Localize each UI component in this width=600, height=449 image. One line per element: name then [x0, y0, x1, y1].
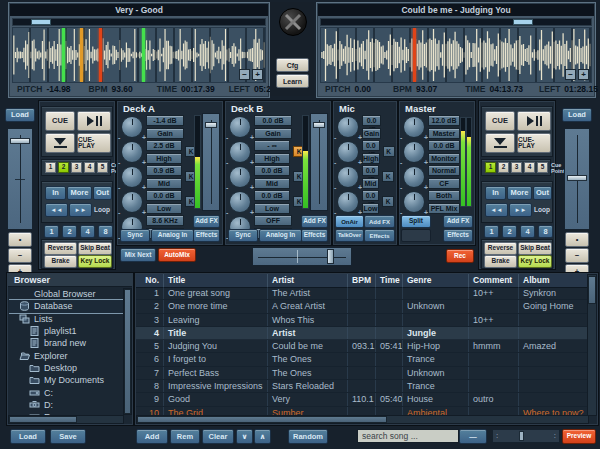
loop-length-button[interactable]: 8 [538, 225, 553, 238]
deck-a-high-knob[interactable] [121, 141, 143, 163]
deck-b-add-fx-button[interactable]: Add FX [301, 215, 328, 228]
wave-zoom-out-button[interactable]: − [239, 69, 250, 80]
cue-point-button[interactable]: 3 [511, 162, 522, 173]
deck-a-sync-button[interactable]: Sync [120, 229, 150, 242]
scroll-thumb[interactable] [588, 276, 596, 304]
cue-button-left[interactable]: CUE [45, 111, 75, 131]
cue-point-button[interactable]: 2 [58, 162, 69, 173]
crossfader-thumb[interactable] [327, 249, 334, 264]
column-header[interactable]: Comment [469, 274, 519, 287]
deck-b-sync-button[interactable]: Sync [228, 229, 258, 242]
param-label-button[interactable]: Gain [146, 128, 184, 139]
param-label-button[interactable]: Monitor [428, 153, 460, 164]
mix-next-button[interactable]: Mix Next [120, 248, 156, 262]
cue-point-button[interactable]: 2 [498, 162, 509, 173]
deck-b-effects-button[interactable]: Effects [301, 229, 328, 242]
table-row[interactable]: 4TitleArtistJungle [136, 327, 588, 340]
param-label-button[interactable]: CF Curve [428, 178, 460, 189]
preview-button[interactable]: Preview [562, 429, 596, 444]
pitch-slider-left[interactable] [7, 128, 33, 230]
cue-point-button[interactable]: 4 [524, 162, 535, 173]
add-button[interactable]: Add [136, 429, 168, 444]
tree-item[interactable]: My Documents [9, 374, 123, 386]
browser-hscrollbar[interactable] [8, 415, 124, 424]
mic-mid-knob[interactable] [337, 166, 359, 188]
loop-length-button[interactable]: 8 [98, 225, 113, 238]
deck-b-high-knob[interactable] [229, 141, 251, 163]
param-label-button[interactable]: Mid [146, 178, 182, 189]
clear-button[interactable]: Clear [202, 429, 234, 444]
master-add-fx-button[interactable]: Add FX [443, 215, 473, 228]
loop-out-button-right[interactable]: Out [533, 186, 552, 200]
loop-length-button[interactable]: 4 [80, 225, 95, 238]
deck-left-seek-thumb[interactable] [31, 19, 51, 25]
table-row[interactable]: 9GoodVery110.105:40Houseoutro [136, 393, 588, 406]
cue-point-button[interactable]: 4 [84, 162, 95, 173]
table-row[interactable]: 6I forget toThe OnesTrance [136, 353, 588, 366]
master-effects-button[interactable]: Effects [443, 229, 473, 242]
kill-button[interactable]: K [383, 146, 395, 157]
loop-forward-button-left[interactable]: ►► [69, 203, 92, 217]
pitch-minus-button-right[interactable]: − [565, 248, 589, 263]
deck-b-low-knob[interactable] [229, 191, 251, 213]
cue-play-button-left[interactable]: CUE-PLAY [77, 133, 111, 153]
cue-point-button[interactable]: 1 [485, 162, 496, 173]
deck-a-effects-button[interactable]: Effects [193, 229, 220, 242]
key-lock-button-right[interactable]: Key Lock [518, 255, 552, 268]
cue-point-button[interactable]: 5 [97, 162, 108, 173]
loop-back-button-left[interactable]: ◄◄ [45, 203, 68, 217]
crossfader[interactable] [252, 247, 352, 266]
deck-left-waveform[interactable]: − + [12, 27, 266, 83]
scroll-thumb[interactable] [124, 289, 131, 414]
mic-high-knob[interactable] [337, 141, 359, 163]
table-row[interactable]: 7Perfect BassThe OnesUnknown [136, 367, 588, 380]
pitch-slider-thumb[interactable] [567, 175, 587, 181]
scroll-thumb[interactable] [137, 416, 387, 423]
table-row[interactable]: 3LeavingWhos This10++ [136, 314, 588, 327]
playlist-hscrollbar[interactable] [136, 415, 589, 424]
config-button[interactable]: Cfg [276, 58, 309, 72]
load-button-right[interactable]: Load [562, 108, 592, 122]
auto-mix-button[interactable]: AutoMix [158, 248, 196, 262]
tree-item[interactable]: Database [9, 300, 123, 312]
loop-length-button[interactable]: 2 [62, 225, 77, 238]
kill-button[interactable]: K [382, 196, 394, 207]
return-to-start-button-left[interactable] [45, 133, 75, 153]
param-label-button[interactable]: High [362, 153, 380, 164]
loop-forward-button-right[interactable]: ►► [509, 203, 532, 217]
cue-point-button[interactable]: 3 [71, 162, 82, 173]
play-pause-button-left[interactable] [77, 111, 111, 131]
deck-right-seek-thumb[interactable] [513, 19, 533, 25]
param-label-button[interactable]: High [146, 153, 182, 164]
wave-zoom-in-button[interactable]: + [578, 69, 589, 80]
loop-length-button[interactable]: 2 [502, 225, 517, 238]
column-header[interactable]: Title [164, 274, 268, 287]
param-label-button[interactable]: Low [254, 203, 290, 214]
cue-point-button[interactable]: 1 [45, 162, 56, 173]
deck-left-seek-bar[interactable] [12, 18, 266, 26]
brake-button-left[interactable]: Brake [44, 255, 77, 268]
param-label-button[interactable]: High [254, 153, 290, 164]
crossfader-x-knob[interactable] [279, 8, 307, 36]
key-lock-button-left[interactable]: Key Lock [78, 255, 112, 268]
deck-b-gain-knob[interactable] [229, 116, 251, 138]
loop-more-button-right[interactable]: More [507, 186, 532, 200]
mic-on-air-button[interactable]: OnAir [335, 215, 364, 228]
cue-point-button[interactable]: 5 [537, 162, 548, 173]
pitch-minus-button-left[interactable]: − [8, 248, 32, 263]
cue-button-right[interactable]: CUE [485, 111, 515, 131]
param-label-button[interactable]: Mid [254, 178, 290, 189]
preview-volume-slider[interactable]: : : [492, 429, 560, 443]
param-label-button[interactable]: Low [146, 203, 182, 214]
tree-item[interactable]: Desktop [9, 362, 123, 374]
master-cf-curve-knob[interactable] [403, 166, 425, 188]
deck-a-add-fx-button[interactable]: Add FX [193, 215, 220, 228]
scroll-thumb[interactable] [9, 416, 77, 423]
load-button-left[interactable]: Load [5, 108, 35, 122]
param-label-button[interactable]: PFL Mix [428, 203, 460, 214]
master-split-button[interactable]: Split [401, 215, 431, 228]
tree-item[interactable]: Lists [9, 313, 123, 325]
playlist-vscrollbar[interactable] [587, 274, 597, 416]
deck-a-gain-knob[interactable] [121, 116, 143, 138]
reverse-button-right[interactable]: Reverse [484, 242, 517, 255]
